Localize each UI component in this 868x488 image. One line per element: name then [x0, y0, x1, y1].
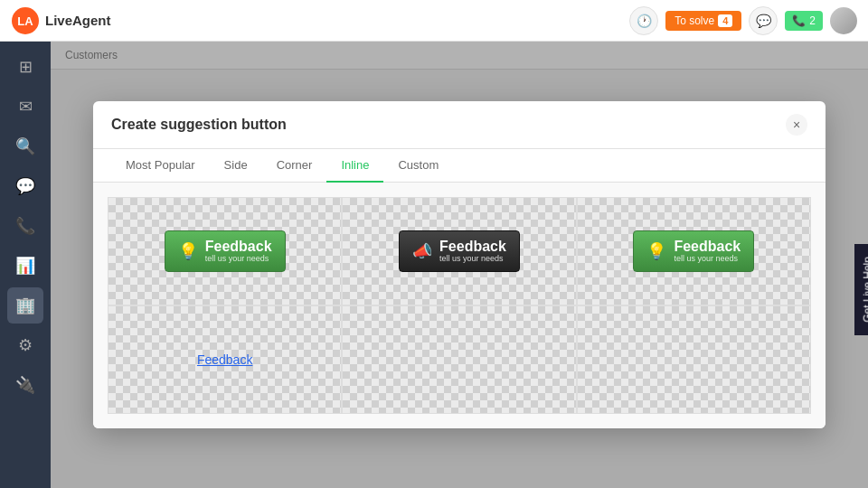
preview-grid: 💡 Feedback tell us your needs 📣	[108, 197, 811, 414]
feedback-btn-sub-3: tell us your needs	[674, 254, 738, 264]
preview-green-outlined[interactable]: 💡 Feedback tell us your needs	[577, 197, 811, 305]
feedback-link[interactable]: Feedback	[197, 352, 252, 367]
modal-tabs: Most Popular Side Corner Inline Custom	[93, 149, 826, 183]
phone-count: 2	[809, 14, 816, 27]
sidebar-item-search[interactable]: 🔍	[7, 128, 43, 164]
content-area: Customers Create suggestion button × Mos…	[51, 42, 868, 488]
phone-button[interactable]: 📞 2	[785, 11, 823, 31]
tab-inline[interactable]: Inline	[326, 149, 383, 183]
tab-custom[interactable]: Custom	[383, 149, 453, 183]
feedback-btn-main-3: Feedback	[674, 239, 741, 255]
preview-empty-1	[342, 305, 576, 414]
preview-link-button[interactable]: Feedback	[108, 305, 342, 414]
sidebar-item-tickets[interactable]: ✉	[7, 89, 43, 125]
live-help-label: Get Live Help	[862, 257, 868, 323]
feedback-green-btn[interactable]: 💡 Feedback tell us your needs	[165, 230, 286, 272]
logo: LA LiveAgent	[11, 6, 111, 35]
tab-corner[interactable]: Corner	[262, 149, 327, 183]
preview-empty-2	[577, 305, 811, 414]
chat-btn[interactable]: 💬	[749, 6, 778, 35]
phone-icon: 📞	[792, 14, 806, 27]
modal-overlay: Create suggestion button × Most Popular …	[51, 42, 868, 488]
logo-icon: LA	[11, 6, 40, 35]
sidebar: ⊞ ✉ 🔍 💬 📞 📊 🏢 ⚙ 🔌	[0, 42, 51, 488]
feedback-btn-main-2: Feedback	[439, 239, 506, 255]
logo-text: LiveAgent	[45, 13, 111, 28]
modal: Create suggestion button × Most Popular …	[93, 101, 826, 428]
live-help-button[interactable]: Get Live Help	[854, 244, 868, 335]
lightbulb-icon: 💡	[178, 241, 198, 261]
tab-most-popular[interactable]: Most Popular	[111, 149, 210, 183]
lightbulb-icon-2: 💡	[646, 241, 666, 261]
sidebar-item-plugins[interactable]: 🔌	[7, 367, 43, 403]
feedback-green-outlined-btn[interactable]: 💡 Feedback tell us your needs	[633, 230, 754, 272]
to-solve-badge: 4	[718, 14, 732, 27]
topbar: LA LiveAgent 🕐 To solve 4 💬 📞 2	[0, 0, 868, 42]
clock-btn[interactable]: 🕐	[629, 6, 658, 35]
megaphone-icon: 📣	[412, 241, 432, 261]
topbar-right: 🕐 To solve 4 💬 📞 2	[629, 6, 857, 35]
tab-side[interactable]: Side	[210, 149, 262, 183]
modal-title: Create suggestion button	[111, 117, 287, 133]
preview-dark-button[interactable]: 📣 Feedback tell us your needs	[342, 197, 576, 305]
feedback-btn-main-1: Feedback	[205, 239, 272, 255]
modal-body: 💡 Feedback tell us your needs 📣	[93, 183, 826, 428]
sidebar-item-calls[interactable]: 📞	[7, 208, 43, 244]
preview-green-button[interactable]: 💡 Feedback tell us your needs	[108, 197, 342, 305]
sidebar-item-customers[interactable]: 🏢	[7, 287, 43, 324]
to-solve-button[interactable]: To solve 4	[665, 11, 741, 31]
modal-close-button[interactable]: ×	[786, 114, 807, 136]
sidebar-item-chat[interactable]: 💬	[7, 168, 43, 204]
btn-text-group-1: Feedback tell us your needs	[205, 239, 272, 264]
feedback-btn-sub-2: tell us your needs	[439, 254, 504, 264]
main-layout: ⊞ ✉ 🔍 💬 📞 📊 🏢 ⚙ 🔌 Customers Create sugge…	[0, 42, 868, 488]
sidebar-item-reports[interactable]: 📊	[7, 248, 43, 284]
to-solve-label: To solve	[675, 14, 714, 27]
feedback-dark-btn[interactable]: 📣 Feedback tell us your needs	[399, 230, 520, 272]
btn-text-group-3: Feedback tell us your needs	[674, 239, 741, 264]
sidebar-item-dashboard[interactable]: ⊞	[7, 49, 43, 85]
svg-text:LA: LA	[17, 14, 33, 28]
sidebar-item-settings[interactable]: ⚙	[7, 327, 43, 363]
avatar[interactable]	[830, 7, 857, 34]
feedback-btn-sub-1: tell us your needs	[205, 254, 269, 264]
modal-header: Create suggestion button ×	[93, 101, 826, 149]
btn-text-group-2: Feedback tell us your needs	[439, 239, 506, 264]
avatar-image	[830, 7, 857, 34]
